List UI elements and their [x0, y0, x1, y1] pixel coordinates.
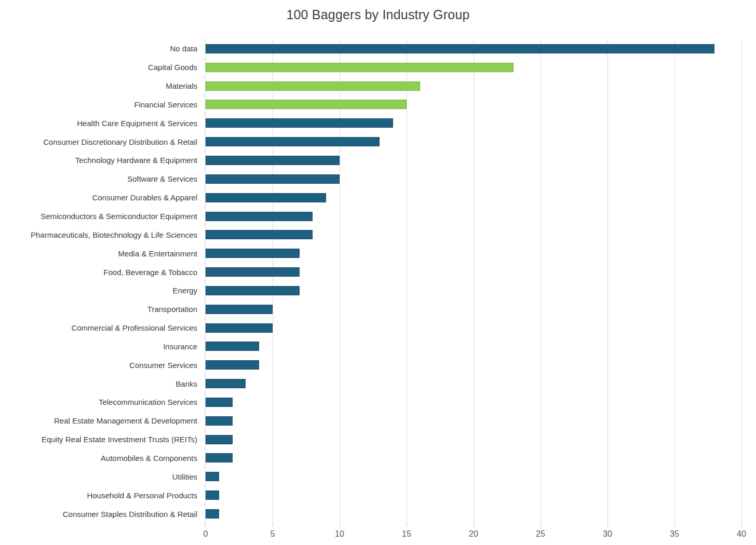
- bar: [206, 323, 273, 333]
- bar-row: [206, 151, 741, 170]
- category-label: Technology Hardware & Equipment: [0, 151, 197, 170]
- category-axis-tick: [203, 319, 206, 319]
- category-label: Transportation: [0, 300, 197, 319]
- bar-row: [206, 170, 741, 188]
- bar: [206, 509, 219, 519]
- category-axis-tick: [203, 393, 206, 393]
- bar: [206, 193, 326, 202]
- category-axis-tick: [203, 430, 206, 431]
- category-axis-tick: [203, 337, 206, 338]
- bar: [206, 81, 420, 91]
- bar: [206, 212, 313, 221]
- value-axis-tick: [407, 523, 407, 527]
- bar-row: [206, 300, 741, 319]
- category-axis-tick: [203, 244, 206, 244]
- category-axis-tick: [203, 188, 206, 189]
- category-axis-tick-marks: [203, 39, 206, 523]
- bar-row: [206, 207, 741, 226]
- bar-row: [206, 319, 741, 337]
- bar-row: [206, 132, 741, 151]
- value-axis-tick-label: 40: [737, 529, 746, 539]
- value-axis-tick: [340, 523, 340, 527]
- bar: [206, 174, 340, 184]
- category-label: Consumer Staples Distribution & Retail: [0, 505, 197, 523]
- category-axis-tick: [203, 281, 206, 282]
- category-label: Health Care Equipment & Services: [0, 114, 197, 132]
- category-axis-tick: [203, 374, 206, 375]
- category-label: Automobiles & Components: [0, 449, 197, 468]
- bar-row: [206, 449, 741, 468]
- bar-row: [206, 244, 741, 263]
- category-label: Software & Services: [0, 170, 197, 188]
- category-axis-tick: [203, 170, 206, 170]
- category-axis-tick: [203, 96, 206, 96]
- category-axis-labels: No dataCapital GoodsMaterialsFinancial S…: [0, 39, 197, 523]
- value-axis-tick: [741, 523, 742, 527]
- category-axis-tick: [203, 39, 206, 40]
- bar: [206, 286, 300, 295]
- bar-row: [206, 96, 741, 114]
- bar: [206, 267, 300, 277]
- category-label: Telecommunication Services: [0, 393, 197, 412]
- category-label: Real Estate Management & Development: [0, 412, 197, 430]
- bar-row: [206, 39, 741, 58]
- bar-row: [206, 281, 741, 300]
- category-label: Banks: [0, 374, 197, 393]
- category-axis-tick: [203, 412, 206, 412]
- value-axis-tick: [273, 523, 273, 527]
- value-axis-tick-label: 5: [271, 529, 275, 539]
- category-axis-tick: [203, 263, 206, 263]
- bar: [206, 379, 246, 388]
- gridline: [741, 39, 742, 523]
- bar-row: [206, 374, 741, 393]
- category-label: Capital Goods: [0, 58, 197, 77]
- category-axis-tick: [203, 225, 206, 226]
- bar: [206, 453, 233, 462]
- value-axis-tick-label: 0: [204, 529, 208, 539]
- bar-row: [206, 263, 741, 281]
- bar: [206, 305, 273, 314]
- bars-container: [206, 39, 741, 523]
- category-axis-tick: [203, 114, 206, 114]
- bar-row: [206, 356, 741, 374]
- bar: [206, 398, 233, 407]
- bar-row: [206, 114, 741, 132]
- value-axis-tick-label: 10: [335, 529, 344, 539]
- category-axis-tick: [203, 300, 206, 301]
- value-axis-tick-label: 15: [402, 529, 411, 539]
- category-label: Household & Personal Products: [0, 486, 197, 505]
- category-axis-tick: [203, 449, 206, 449]
- bar: [206, 249, 300, 258]
- category-label: No data: [0, 39, 197, 58]
- bar-row: [206, 58, 741, 77]
- category-axis-tick: [203, 486, 206, 486]
- bar-row: [206, 505, 741, 523]
- chart-title: 100 Baggers by Industry Group: [0, 7, 756, 22]
- value-axis-tick-label: 35: [670, 529, 679, 539]
- bar: [206, 342, 259, 351]
- category-label: Equity Real Estate Investment Trusts (RE…: [0, 430, 197, 449]
- bar-row: [206, 225, 741, 244]
- bar-row: [206, 337, 741, 356]
- bar-row: [206, 77, 741, 96]
- bar-row: [206, 430, 741, 449]
- value-axis-tick: [541, 523, 541, 527]
- bar-row: [206, 393, 741, 412]
- category-axis-tick: [203, 77, 206, 77]
- plot-area: [206, 39, 741, 523]
- category-label: Materials: [0, 77, 197, 96]
- category-label: Utilities: [0, 467, 197, 486]
- category-label: Insurance: [0, 337, 197, 356]
- bar: [206, 472, 219, 481]
- category-axis-tick: [203, 207, 206, 208]
- category-label: Media & Entertainment: [0, 244, 197, 263]
- value-axis-labels: 0510152025303540: [206, 529, 741, 541]
- category-axis-tick: [203, 356, 206, 356]
- bar-row: [206, 486, 741, 505]
- category-axis-tick: [203, 151, 206, 152]
- bar: [206, 491, 219, 500]
- category-axis-tick: [203, 132, 206, 133]
- bar: [206, 100, 407, 109]
- category-label: Consumer Durables & Apparel: [0, 188, 197, 207]
- category-label: Semiconductors & Semiconductor Equipment: [0, 207, 197, 226]
